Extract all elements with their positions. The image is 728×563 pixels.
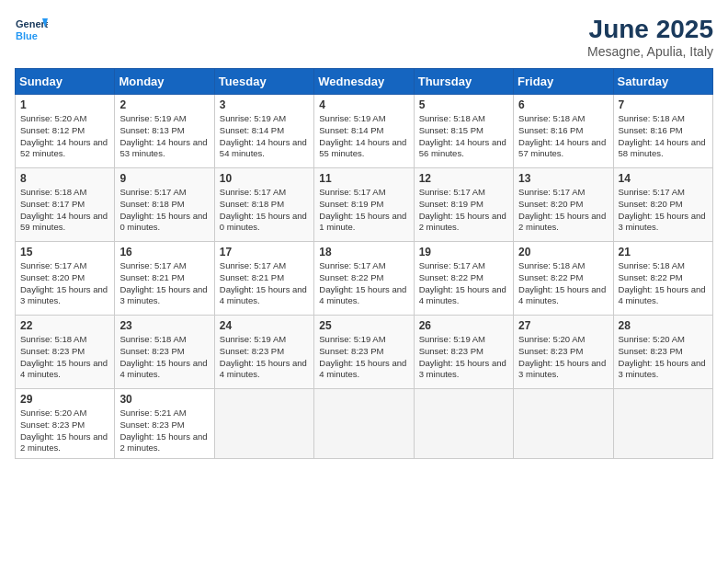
day-number: 8 xyxy=(20,172,109,185)
svg-text:Blue: Blue xyxy=(16,30,38,41)
location: Mesagne, Apulia, Italy xyxy=(587,44,713,59)
day-number: 4 xyxy=(319,98,408,111)
cell-details: Sunrise: 5:20 AM Sunset: 8:23 PM Dayligh… xyxy=(619,334,708,381)
calendar-cell: 28 Sunrise: 5:20 AM Sunset: 8:23 PM Dayl… xyxy=(613,316,712,389)
calendar-cell xyxy=(613,389,712,459)
cell-details: Sunrise: 5:17 AM Sunset: 8:19 PM Dayligh… xyxy=(419,187,508,234)
day-number: 17 xyxy=(220,246,309,259)
cell-details: Sunrise: 5:17 AM Sunset: 8:22 PM Dayligh… xyxy=(319,260,408,307)
calendar-table: SundayMondayTuesdayWednesdayThursdayFrid… xyxy=(15,68,713,459)
day-number: 26 xyxy=(419,319,508,332)
cell-details: Sunrise: 5:18 AM Sunset: 8:22 PM Dayligh… xyxy=(518,260,608,307)
cell-details: Sunrise: 5:20 AM Sunset: 8:23 PM Dayligh… xyxy=(20,408,109,454)
day-number: 12 xyxy=(419,172,508,185)
cell-details: Sunrise: 5:19 AM Sunset: 8:23 PM Dayligh… xyxy=(220,334,309,381)
calendar-cell: 26 Sunrise: 5:19 AM Sunset: 8:23 PM Dayl… xyxy=(414,316,513,389)
logo-svg: General Blue xyxy=(15,15,48,48)
cell-details: Sunrise: 5:17 AM Sunset: 8:21 PM Dayligh… xyxy=(119,260,209,307)
day-number: 15 xyxy=(20,246,109,259)
cell-details: Sunrise: 5:17 AM Sunset: 8:18 PM Dayligh… xyxy=(220,187,309,234)
week-row-4: 22 Sunrise: 5:18 AM Sunset: 8:23 PM Dayl… xyxy=(16,316,713,389)
header-monday: Monday xyxy=(115,69,214,95)
day-number: 1 xyxy=(20,98,109,111)
week-row-3: 15 Sunrise: 5:17 AM Sunset: 8:20 PM Dayl… xyxy=(16,242,713,316)
day-number: 25 xyxy=(319,319,408,332)
week-row-2: 8 Sunrise: 5:18 AM Sunset: 8:17 PM Dayli… xyxy=(16,168,713,242)
day-number: 20 xyxy=(518,246,608,259)
calendar-cell: 2 Sunrise: 5:19 AM Sunset: 8:13 PM Dayli… xyxy=(115,95,214,168)
calendar-cell: 18 Sunrise: 5:17 AM Sunset: 8:22 PM Dayl… xyxy=(314,242,414,316)
calendar-cell: 1 Sunrise: 5:20 AM Sunset: 8:12 PM Dayli… xyxy=(16,95,115,168)
calendar-cell: 30 Sunrise: 5:21 AM Sunset: 8:23 PM Dayl… xyxy=(115,389,214,459)
cell-details: Sunrise: 5:19 AM Sunset: 8:23 PM Dayligh… xyxy=(419,334,508,381)
cell-details: Sunrise: 5:19 AM Sunset: 8:14 PM Dayligh… xyxy=(220,113,309,160)
calendar-cell: 4 Sunrise: 5:19 AM Sunset: 8:14 PM Dayli… xyxy=(314,95,414,168)
day-number: 3 xyxy=(220,98,309,111)
header-friday: Friday xyxy=(514,69,613,95)
calendar-cell: 13 Sunrise: 5:17 AM Sunset: 8:20 PM Dayl… xyxy=(514,168,613,242)
cell-details: Sunrise: 5:19 AM Sunset: 8:13 PM Dayligh… xyxy=(119,113,209,160)
cell-details: Sunrise: 5:18 AM Sunset: 8:17 PM Dayligh… xyxy=(20,187,109,234)
cell-details: Sunrise: 5:19 AM Sunset: 8:14 PM Dayligh… xyxy=(319,113,408,160)
calendar-cell: 14 Sunrise: 5:17 AM Sunset: 8:20 PM Dayl… xyxy=(613,168,712,242)
calendar-cell: 5 Sunrise: 5:18 AM Sunset: 8:15 PM Dayli… xyxy=(414,95,513,168)
day-number: 10 xyxy=(220,172,309,185)
day-number: 19 xyxy=(419,246,508,259)
cell-details: Sunrise: 5:19 AM Sunset: 8:23 PM Dayligh… xyxy=(319,334,408,381)
cell-details: Sunrise: 5:21 AM Sunset: 8:23 PM Dayligh… xyxy=(119,408,209,454)
cell-details: Sunrise: 5:18 AM Sunset: 8:23 PM Dayligh… xyxy=(20,334,109,381)
header-tuesday: Tuesday xyxy=(214,69,313,95)
title-area: June 2025 Mesagne, Apulia, Italy xyxy=(587,15,713,59)
cell-details: Sunrise: 5:17 AM Sunset: 8:22 PM Dayligh… xyxy=(419,260,508,307)
calendar-cell xyxy=(514,389,613,459)
calendar-cell: 9 Sunrise: 5:17 AM Sunset: 8:18 PM Dayli… xyxy=(115,168,214,242)
calendar-cell: 24 Sunrise: 5:19 AM Sunset: 8:23 PM Dayl… xyxy=(214,316,313,389)
calendar-cell: 29 Sunrise: 5:20 AM Sunset: 8:23 PM Dayl… xyxy=(16,389,115,459)
day-number: 28 xyxy=(619,319,708,332)
cell-details: Sunrise: 5:17 AM Sunset: 8:18 PM Dayligh… xyxy=(119,187,209,234)
day-number: 29 xyxy=(20,393,109,406)
header-wednesday: Wednesday xyxy=(314,69,414,95)
cell-details: Sunrise: 5:20 AM Sunset: 8:23 PM Dayligh… xyxy=(518,334,608,381)
calendar-cell: 10 Sunrise: 5:17 AM Sunset: 8:18 PM Dayl… xyxy=(214,168,313,242)
cell-details: Sunrise: 5:18 AM Sunset: 8:15 PM Dayligh… xyxy=(419,113,508,160)
calendar-cell: 25 Sunrise: 5:19 AM Sunset: 8:23 PM Dayl… xyxy=(314,316,414,389)
cell-details: Sunrise: 5:17 AM Sunset: 8:20 PM Dayligh… xyxy=(518,187,608,234)
day-number: 2 xyxy=(119,98,209,111)
day-number: 27 xyxy=(518,319,608,332)
day-number: 21 xyxy=(619,246,708,259)
header-thursday: Thursday xyxy=(414,69,513,95)
cell-details: Sunrise: 5:17 AM Sunset: 8:20 PM Dayligh… xyxy=(20,260,109,307)
cell-details: Sunrise: 5:18 AM Sunset: 8:22 PM Dayligh… xyxy=(619,260,708,307)
calendar-cell: 22 Sunrise: 5:18 AM Sunset: 8:23 PM Dayl… xyxy=(16,316,115,389)
month-title: June 2025 xyxy=(587,15,713,44)
week-row-1: 1 Sunrise: 5:20 AM Sunset: 8:12 PM Dayli… xyxy=(16,95,713,168)
day-number: 7 xyxy=(619,98,708,111)
calendar-cell: 17 Sunrise: 5:17 AM Sunset: 8:21 PM Dayl… xyxy=(214,242,313,316)
day-number: 22 xyxy=(20,319,109,332)
calendar-cell: 15 Sunrise: 5:17 AM Sunset: 8:20 PM Dayl… xyxy=(16,242,115,316)
calendar-cell: 8 Sunrise: 5:18 AM Sunset: 8:17 PM Dayli… xyxy=(16,168,115,242)
cell-details: Sunrise: 5:17 AM Sunset: 8:21 PM Dayligh… xyxy=(220,260,309,307)
cell-details: Sunrise: 5:18 AM Sunset: 8:23 PM Dayligh… xyxy=(119,334,209,381)
day-number: 11 xyxy=(319,172,408,185)
week-row-5: 29 Sunrise: 5:20 AM Sunset: 8:23 PM Dayl… xyxy=(16,389,713,459)
calendar-cell: 27 Sunrise: 5:20 AM Sunset: 8:23 PM Dayl… xyxy=(514,316,613,389)
calendar-cell: 16 Sunrise: 5:17 AM Sunset: 8:21 PM Dayl… xyxy=(115,242,214,316)
cell-details: Sunrise: 5:17 AM Sunset: 8:20 PM Dayligh… xyxy=(619,187,708,234)
day-number: 16 xyxy=(119,246,209,259)
calendar-cell: 11 Sunrise: 5:17 AM Sunset: 8:19 PM Dayl… xyxy=(314,168,414,242)
cell-details: Sunrise: 5:18 AM Sunset: 8:16 PM Dayligh… xyxy=(518,113,608,160)
calendar-cell xyxy=(214,389,313,459)
header-row: SundayMondayTuesdayWednesdayThursdayFrid… xyxy=(16,69,713,95)
calendar-cell: 6 Sunrise: 5:18 AM Sunset: 8:16 PM Dayli… xyxy=(514,95,613,168)
day-number: 13 xyxy=(518,172,608,185)
calendar-cell: 20 Sunrise: 5:18 AM Sunset: 8:22 PM Dayl… xyxy=(514,242,613,316)
calendar-cell xyxy=(314,389,414,459)
header-sunday: Sunday xyxy=(16,69,115,95)
day-number: 14 xyxy=(619,172,708,185)
day-number: 23 xyxy=(119,319,209,332)
calendar-cell: 7 Sunrise: 5:18 AM Sunset: 8:16 PM Dayli… xyxy=(613,95,712,168)
calendar-cell: 23 Sunrise: 5:18 AM Sunset: 8:23 PM Dayl… xyxy=(115,316,214,389)
cell-details: Sunrise: 5:17 AM Sunset: 8:19 PM Dayligh… xyxy=(319,187,408,234)
